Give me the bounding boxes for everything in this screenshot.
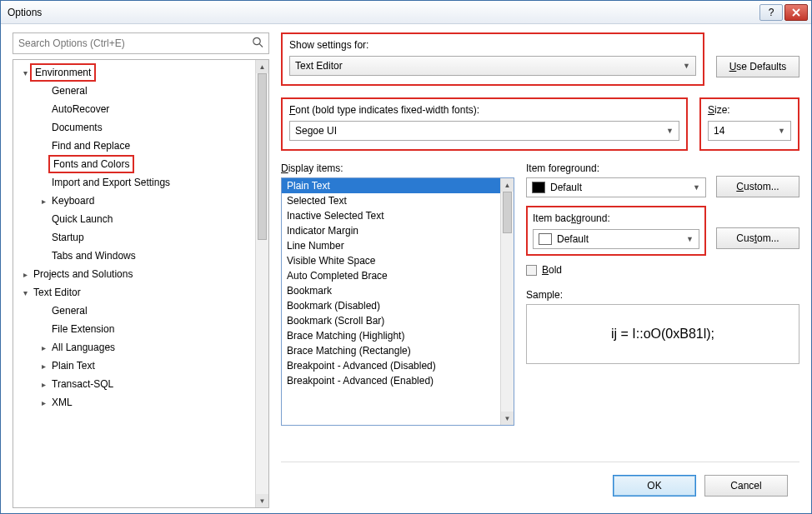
tree-item[interactable]: AutoRecover xyxy=(13,100,255,118)
expand-closed-icon[interactable]: ▸ xyxy=(38,343,48,352)
tree-item[interactable]: ▾Environment xyxy=(13,63,255,82)
display-item[interactable]: Inactive Selected Text xyxy=(282,208,500,223)
tree-item[interactable]: ▸Projects and Solutions xyxy=(13,265,255,283)
tree-item-label: AutoRecover xyxy=(48,102,113,117)
font-combo[interactable]: Segoe UI ▼ xyxy=(289,121,679,141)
expand-closed-icon[interactable]: ▸ xyxy=(38,362,48,371)
expand-open-icon[interactable]: ▾ xyxy=(20,68,30,77)
item-background-value: Default xyxy=(557,233,589,245)
display-item[interactable]: Brace Matching (Highlight) xyxy=(282,328,500,343)
font-group: Font (bold type indicates fixed-width fo… xyxy=(281,97,688,151)
bold-checkbox[interactable] xyxy=(526,265,537,276)
display-item[interactable]: Bookmark (Disabled) xyxy=(282,298,500,313)
dialog-footer: OK Cancel xyxy=(281,462,799,508)
scroll-track[interactable] xyxy=(501,192,514,412)
foreground-swatch xyxy=(532,182,545,193)
options-tree[interactable]: ▾EnvironmentGeneralAutoRecoverDocumentsF… xyxy=(13,60,255,507)
tree-item[interactable]: ▸XML xyxy=(13,393,255,412)
foreground-custom-button[interactable]: Custom... xyxy=(716,176,799,197)
item-foreground-label: Item foreground: xyxy=(526,162,706,174)
display-item[interactable]: Bookmark xyxy=(282,283,500,298)
sample-label: Sample: xyxy=(526,289,799,301)
scroll-down-button[interactable]: ▼ xyxy=(256,494,268,507)
close-button[interactable] xyxy=(784,4,808,21)
tree-item[interactable]: Documents xyxy=(13,118,255,137)
close-icon xyxy=(792,8,800,17)
tree-item[interactable]: ▸All Languages xyxy=(13,338,255,357)
tree-item[interactable]: General xyxy=(13,82,255,100)
titlebar: Options ? xyxy=(1,1,811,24)
dialog-body: ▾EnvironmentGeneralAutoRecoverDocumentsF… xyxy=(1,24,811,513)
sample-text: ij = I::oO(0xB81l); xyxy=(611,327,714,342)
display-item[interactable]: Breakpoint - Advanced (Disabled) xyxy=(282,358,500,373)
options-dialog: Options ? ▾EnvironmentGeneralAutoRecover… xyxy=(0,0,812,514)
tree-item-label: General xyxy=(48,303,91,318)
tree-item[interactable]: Import and Export Settings xyxy=(13,173,255,192)
cancel-button[interactable]: Cancel xyxy=(704,475,788,497)
display-item[interactable]: Bookmark (Scroll Bar) xyxy=(282,313,500,328)
show-settings-label: Show settings for: xyxy=(289,39,696,51)
scroll-up-button[interactable]: ▲ xyxy=(256,60,268,73)
tree-item[interactable]: ▸Keyboard xyxy=(13,192,255,210)
tree-item[interactable]: Quick Launch xyxy=(13,210,255,228)
ok-button[interactable]: OK xyxy=(613,475,696,497)
tree-item-label: Keyboard xyxy=(48,193,98,208)
tree-item[interactable]: ▸Plain Text xyxy=(13,357,255,375)
display-item[interactable]: Auto Completed Brace xyxy=(282,268,500,283)
tree-item[interactable]: Fonts and Colors xyxy=(13,155,255,173)
tree-scrollbar[interactable]: ▲ ▼ xyxy=(255,60,268,507)
sample-box: ij = I::oO(0xB81l); xyxy=(526,304,799,364)
tree-item-label: Import and Export Settings xyxy=(48,175,173,190)
tree-item-label: Find and Replace xyxy=(48,138,133,153)
expand-closed-icon[interactable]: ▸ xyxy=(38,380,48,389)
tree-item[interactable]: General xyxy=(13,302,255,320)
item-foreground-combo[interactable]: Default ▼ xyxy=(526,177,706,197)
display-item[interactable]: Breakpoint - Advanced (Enabled) xyxy=(282,373,500,388)
display-items-listbox[interactable]: Plain TextSelected TextInactive Selected… xyxy=(281,177,514,426)
chevron-down-icon: ▼ xyxy=(778,127,785,135)
display-item[interactable]: Line Number xyxy=(282,238,500,253)
display-item[interactable]: Plain Text xyxy=(282,178,500,193)
size-value: 14 xyxy=(714,125,724,137)
tree-item[interactable]: Tabs and Windows xyxy=(13,247,255,265)
expand-open-icon[interactable]: ▾ xyxy=(20,288,30,297)
svg-point-0 xyxy=(253,37,260,44)
item-foreground-value: Default xyxy=(550,182,582,193)
listbox-scrollbar[interactable]: ▲ ▼ xyxy=(500,178,514,425)
background-custom-button[interactable]: Custom... xyxy=(716,227,799,249)
tree-item[interactable]: Find and Replace xyxy=(13,137,255,155)
show-settings-combo[interactable]: Text Editor ▼ xyxy=(289,56,696,76)
size-combo[interactable]: 14 ▼ xyxy=(708,121,791,141)
chevron-down-icon: ▼ xyxy=(683,62,690,70)
tree-item[interactable]: File Extension xyxy=(13,320,255,338)
search-input[interactable] xyxy=(13,33,268,53)
help-button[interactable]: ? xyxy=(759,4,783,21)
tree-item[interactable]: Startup xyxy=(13,228,255,247)
display-item[interactable]: Brace Matching (Rectangle) xyxy=(282,343,500,358)
display-item[interactable]: Selected Text xyxy=(282,193,500,208)
scroll-track[interactable] xyxy=(256,73,268,494)
font-value: Segoe UI xyxy=(295,125,337,137)
search-box[interactable] xyxy=(13,32,269,54)
bold-checkbox-row[interactable]: Bold xyxy=(526,264,799,276)
scroll-up-button[interactable]: ▲ xyxy=(501,178,514,192)
expand-closed-icon[interactable]: ▸ xyxy=(38,197,48,206)
show-settings-value: Text Editor xyxy=(295,60,343,72)
tree-item-label: Environment xyxy=(30,63,96,82)
tree-item-label: All Languages xyxy=(48,340,118,355)
display-item[interactable]: Indicator Margin xyxy=(282,223,500,238)
tree-item[interactable]: ▾Text Editor xyxy=(13,283,255,302)
expand-closed-icon[interactable]: ▸ xyxy=(20,270,30,279)
expand-closed-icon[interactable]: ▸ xyxy=(38,398,48,407)
scroll-thumb[interactable] xyxy=(503,192,512,233)
scroll-down-button[interactable]: ▼ xyxy=(501,412,514,425)
scroll-thumb[interactable] xyxy=(258,73,267,240)
tree-item[interactable]: ▸Transact-SQL xyxy=(13,375,255,393)
use-defaults-button[interactable]: Use Defaults xyxy=(716,56,799,77)
size-group: Size: 14 ▼ xyxy=(699,97,799,151)
display-item[interactable]: Visible White Space xyxy=(282,253,500,268)
item-background-label: Item background: xyxy=(533,212,699,224)
item-background-combo[interactable]: Default ▼ xyxy=(533,229,699,249)
tree-item-label: Fonts and Colors xyxy=(48,155,134,173)
item-background-group: Item background: Default ▼ xyxy=(526,206,706,256)
